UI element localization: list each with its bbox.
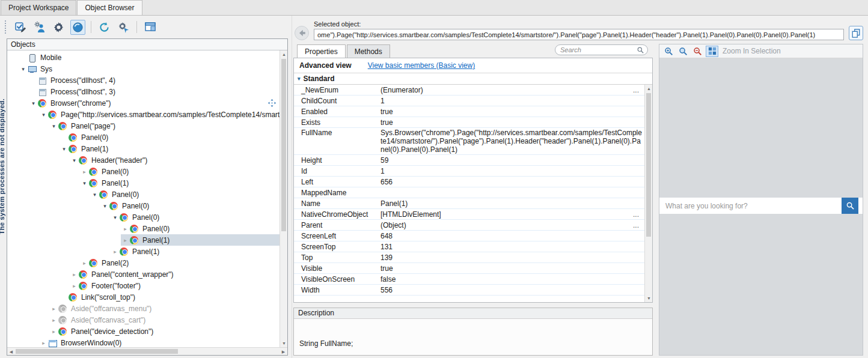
scroll-down-arrow[interactable]: ▼	[645, 294, 653, 302]
tree-expander[interactable]: ▸	[49, 329, 58, 335]
tree-expander[interactable]: ▾	[111, 214, 120, 220]
tree-item[interactable]: Mobile	[7, 52, 280, 63]
tree-item[interactable]: Process("dllhost", 4)	[7, 74, 280, 86]
tree-item[interactable]: ▾ Panel(0)	[7, 211, 280, 223]
tree-expander[interactable]: ▸	[80, 260, 89, 266]
zoom-icon[interactable]	[677, 46, 689, 57]
tree-item-main[interactable]: ▾ Panel(0)	[100, 200, 280, 211]
tree-item-main[interactable]: ▸ Aside("offcanvas_menu")	[49, 303, 280, 314]
properties-vertical-scrollbar[interactable]: ▲ ▼	[644, 85, 652, 302]
scroll-up-arrow[interactable]: ▲	[280, 50, 288, 58]
chevron-down-icon[interactable]: ▾	[298, 76, 301, 82]
tree-item[interactable]: Link("scroll_top")	[7, 291, 280, 303]
properties-search-box[interactable]	[555, 44, 648, 55]
property-row[interactable]: Parent (Object) ...	[294, 220, 644, 231]
tree-item[interactable]: Panel(0)	[7, 132, 280, 143]
tab-object-browser[interactable]: Object Browser	[77, 0, 142, 15]
tree-item[interactable]: ▸ Panel(2)	[7, 257, 280, 268]
tree-item-main[interactable]: ▸ Panel(1)	[121, 234, 280, 246]
tree-expander[interactable]: ▸	[121, 226, 130, 232]
object-spy-eye-button[interactable]	[70, 20, 85, 35]
scroll-up-arrow[interactable]: ▲	[645, 85, 653, 93]
preview-search-input[interactable]	[659, 198, 842, 214]
tree-item-main[interactable]: ▸ Panel(0)	[80, 166, 280, 177]
tree-item-main[interactable]: ▸ Panel("content_wrapper")	[70, 268, 280, 280]
tree-item-main[interactable]: ▸ Panel(2)	[80, 257, 280, 268]
tree-item[interactable]: ▸ Panel(0)	[7, 223, 280, 234]
property-row[interactable]: Name Panel(1)	[294, 198, 644, 209]
tree-expander[interactable]: ▸	[121, 237, 130, 243]
zoom-in-icon[interactable]	[662, 46, 675, 57]
property-row[interactable]: Exists true	[294, 117, 644, 128]
tree-item[interactable]: Process("dllhost", 3)	[7, 86, 280, 97]
tree-item[interactable]: ▸ Panel(1)	[7, 246, 280, 257]
tree-item[interactable]: ▸ Panel(1)	[7, 234, 280, 246]
tree-item-main[interactable]: ▾ Panel(1)	[60, 143, 280, 154]
tree-item-main[interactable]: Process("dllhost", 4)	[29, 74, 280, 86]
tree-vertical-scrollbar[interactable]: ▲ ▼	[280, 50, 287, 347]
tree-item[interactable]: ▾ Panel(0)	[7, 200, 280, 211]
ellipsis-button[interactable]: ...	[628, 86, 644, 94]
tree-expander[interactable]: ▾	[29, 100, 38, 106]
tree-item-main[interactable]: ▾ Panel("page")	[49, 120, 280, 132]
property-row[interactable]: MappedName	[294, 187, 644, 198]
selected-object-input[interactable]	[314, 29, 844, 40]
tree-item[interactable]: ▾ Panel(0)	[7, 189, 280, 200]
tree-item-main[interactable]: Mobile	[19, 52, 280, 63]
dock-window-button[interactable]	[142, 20, 157, 35]
tree-expander[interactable]: ▸	[49, 306, 58, 312]
tree-expander[interactable]: ▾	[100, 203, 109, 209]
tree-item[interactable]: ▾ Sys	[7, 63, 280, 74]
tree-hscroll-thumb[interactable]	[16, 349, 178, 354]
tree-expander[interactable]: ▸	[39, 340, 48, 346]
tree-item[interactable]: ▾ Panel(1)	[7, 143, 280, 154]
property-row[interactable]: FullName Sys.Browser("chrome").Page("htt…	[294, 128, 644, 155]
tree-item-main[interactable]: ▾ Panel(0)	[90, 189, 280, 200]
tree-expander[interactable]: ▾	[49, 123, 58, 129]
tree-expander[interactable]: ▸	[70, 272, 79, 278]
tree-item[interactable]: ▸ BrowserWindow(0)	[7, 337, 280, 347]
tree-item-main[interactable]: ▾ Header("header")	[70, 154, 280, 166]
property-row[interactable]: Id 1	[294, 166, 644, 177]
scroll-left-arrow[interactable]: ◀	[7, 348, 15, 356]
tree-item-main[interactable]: ▸ Footer("footer")	[70, 280, 280, 291]
tree-expander[interactable]: ▸	[49, 317, 58, 323]
tree-item[interactable]: ▾ Header("header")	[7, 154, 280, 166]
property-row[interactable]: ScreenLeft 648	[294, 231, 644, 241]
tree-item-main[interactable]: ▸ BrowserWindow(0)	[39, 337, 280, 347]
tree-expander[interactable]: ▾	[90, 192, 99, 198]
standard-section-header[interactable]: ▾ Standard	[294, 73, 652, 85]
scroll-down-arrow[interactable]: ▼	[280, 339, 288, 347]
tree-expander[interactable]: ▸	[70, 283, 79, 289]
tree-item[interactable]: ▸ Footer("footer")	[7, 280, 280, 291]
tree-item-main[interactable]: Link("scroll_top")	[60, 291, 280, 303]
ellipsis-button[interactable]: ...	[628, 210, 644, 219]
tree-item-main[interactable]: Panel(0)	[60, 132, 280, 143]
highlight-arrows-icon[interactable]	[268, 99, 276, 107]
property-row[interactable]: _NewEnum (Enumerator) ...	[294, 85, 644, 96]
scroll-right-arrow[interactable]: ▶	[280, 348, 287, 356]
gear-button[interactable]	[51, 20, 66, 35]
properties-search-input[interactable]	[559, 46, 637, 54]
tree-item-main[interactable]: ▸ Panel(1)	[111, 246, 280, 257]
ellipsis-button[interactable]: ...	[628, 221, 644, 229]
tree-expander[interactable]: ▸	[111, 249, 120, 255]
tree-expander[interactable]: ▾	[60, 146, 69, 152]
basic-view-link[interactable]: View basic members (Basic view)	[368, 61, 475, 70]
property-row[interactable]: Width 556	[294, 285, 644, 296]
tree-item[interactable]: ▸ Panel(0)	[7, 166, 280, 177]
tree-vscroll-thumb[interactable]	[281, 59, 286, 231]
toolbar-grip[interactable]	[5, 20, 7, 34]
copy-button[interactable]	[849, 26, 863, 40]
tree-item[interactable]: ▸ Aside("offcanvas_menu")	[7, 303, 280, 314]
property-row[interactable]: Visible true	[294, 263, 644, 274]
tree-item[interactable]: ▸ Panel("content_wrapper")	[7, 268, 280, 280]
property-row[interactable]: ScreenTop 131	[294, 241, 644, 252]
zoom-selection-icon[interactable]	[706, 46, 718, 57]
tree-item-main[interactable]: ▸ Aside("offcanvas_cart")	[49, 314, 280, 326]
property-row[interactable]: Height 59	[294, 155, 644, 166]
tree-item[interactable]: ▾ Panel(1)	[7, 177, 280, 189]
tree-item[interactable]: ▸ Aside("offcanvas_cart")	[7, 314, 280, 326]
preview-search-button[interactable]	[842, 198, 858, 214]
properties-vscroll-thumb[interactable]	[646, 93, 651, 237]
